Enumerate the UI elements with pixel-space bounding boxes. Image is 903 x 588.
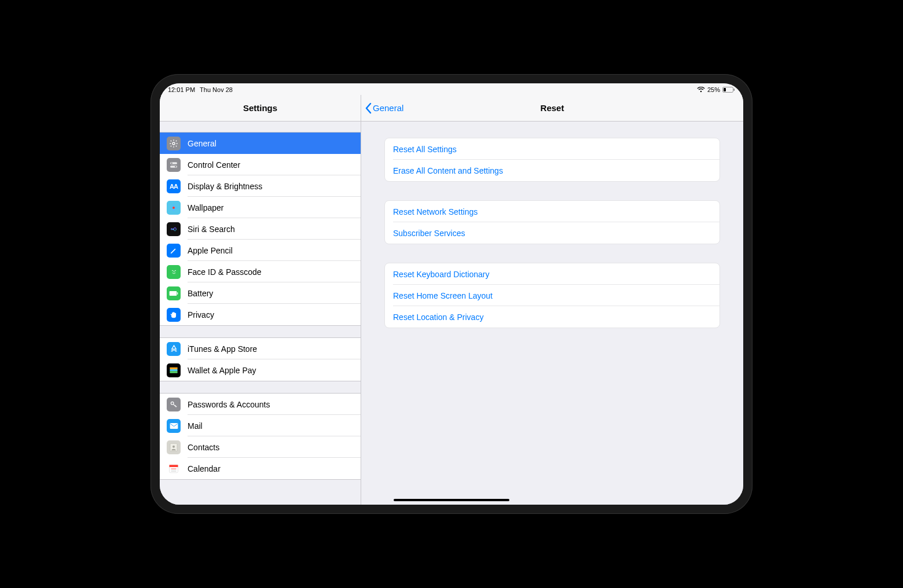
sidebar-item-pencil[interactable]: Apple Pencil: [160, 240, 361, 261]
sidebar-item-label: Battery: [188, 289, 213, 298]
status-date: Thu Nov 28: [200, 86, 233, 93]
svg-rect-26: [170, 465, 178, 467]
sidebar-item-battery[interactable]: Battery: [160, 282, 361, 304]
flower-icon: [167, 201, 181, 215]
svg-point-5: [171, 162, 172, 164]
svg-rect-17: [177, 292, 178, 295]
sidebar-item-label: General: [188, 139, 216, 148]
svg-rect-22: [170, 423, 178, 429]
reset-option-reset-network-settings[interactable]: Reset Network Settings: [385, 201, 720, 222]
sidebar-item-itunes[interactable]: iTunes & App Store: [160, 338, 361, 359]
sidebar-item-mail[interactable]: Mail: [160, 415, 361, 436]
svg-point-21: [171, 402, 174, 405]
svg-point-11: [170, 207, 172, 208]
sidebar-item-label: Control Center: [188, 160, 240, 170]
back-button[interactable]: General: [361, 102, 403, 114]
key-icon: [167, 398, 181, 411]
sidebar-item-wallet[interactable]: Wallet & Apple Pay: [160, 359, 361, 381]
settings-sidebar: Settings GeneralControl CenterAADisplay …: [160, 95, 361, 505]
sidebar-item-label: Siri & Search: [188, 225, 235, 234]
svg-rect-19: [170, 369, 177, 371]
sidebar-title: Settings: [160, 95, 361, 122]
sidebar-item-contacts[interactable]: Contacts: [160, 436, 361, 458]
svg-point-24: [172, 445, 175, 447]
svg-rect-18: [170, 367, 177, 369]
status-time: 12:01 PM: [168, 86, 195, 93]
detail-header: General Reset: [361, 95, 743, 122]
home-indicator[interactable]: [394, 499, 509, 501]
sidebar-item-label: Mail: [188, 421, 203, 431]
reset-option-subscriber-services[interactable]: Subscriber Services: [385, 222, 720, 244]
sidebar-item-privacy[interactable]: Privacy: [160, 304, 361, 325]
sidebar-item-label: iTunes & App Store: [188, 344, 257, 354]
svg-point-14: [172, 270, 173, 271]
sidebar-item-label: Contacts: [188, 443, 219, 452]
sidebar-item-label: Face ID & Passcode: [188, 267, 262, 277]
detail-title: Reset: [361, 103, 743, 113]
wallet-icon: [167, 363, 181, 377]
sidebar-item-label: Calendar: [188, 464, 221, 473]
svg-point-9: [172, 204, 174, 206]
svg-rect-20: [170, 371, 177, 373]
svg-point-12: [175, 207, 177, 208]
svg-rect-2: [734, 89, 735, 91]
pencil-icon: [167, 244, 181, 258]
mail-icon: [167, 419, 181, 433]
sidebar-item-label: Apple Pencil: [188, 246, 233, 255]
gear-icon: [167, 137, 181, 150]
svg-point-8: [172, 207, 175, 209]
appstore-icon: [167, 342, 181, 356]
sidebar-item-display[interactable]: AADisplay & Brightness: [160, 175, 361, 197]
reset-option-reset-home-screen-layout[interactable]: Reset Home Screen Layout: [385, 285, 720, 306]
sidebar-item-wallpaper[interactable]: Wallpaper: [160, 197, 361, 218]
sidebar-item-faceid[interactable]: Face ID & Passcode: [160, 261, 361, 282]
detail-scroll[interactable]: Reset All SettingsErase All Content and …: [361, 122, 743, 505]
battery-icon: [167, 286, 181, 300]
svg-point-15: [175, 270, 176, 271]
svg-point-7: [175, 166, 177, 167]
switches-icon: [167, 158, 181, 172]
reset-option-reset-location-privacy[interactable]: Reset Location & Privacy: [385, 306, 720, 328]
device-frame: 12:01 PM Thu Nov 28 25% Settings General…: [150, 74, 753, 514]
sidebar-item-general[interactable]: General: [160, 133, 361, 154]
back-label: General: [373, 103, 403, 113]
screen: 12:01 PM Thu Nov 28 25% Settings General…: [160, 83, 743, 505]
sidebar-item-label: Passwords & Accounts: [188, 400, 270, 409]
sidebar-item-siri[interactable]: Siri & Search: [160, 218, 361, 240]
sidebar-item-control-center[interactable]: Control Center: [160, 154, 361, 175]
sidebar-item-label: Privacy: [188, 310, 214, 319]
calendar-icon: [167, 462, 181, 476]
contacts-icon: [167, 440, 181, 454]
hand-icon: [167, 308, 181, 322]
sidebar-item-calendar[interactable]: Calendar: [160, 458, 361, 479]
sidebar-item-label: Wallpaper: [188, 203, 224, 212]
sidebar-item-passwords[interactable]: Passwords & Accounts: [160, 394, 361, 415]
battery-percentage: 25%: [707, 86, 720, 93]
svg-point-10: [172, 209, 174, 211]
siri-icon: [167, 222, 181, 236]
reset-option-reset-all-settings[interactable]: Reset All Settings: [385, 138, 720, 160]
detail-pane: General Reset Reset All SettingsErase Al…: [361, 95, 743, 505]
sidebar-item-label: Wallet & Apple Pay: [188, 366, 256, 375]
status-bar: 12:01 PM Thu Nov 28 25%: [160, 83, 743, 95]
reset-option-reset-keyboard-dictionary[interactable]: Reset Keyboard Dictionary: [385, 263, 720, 285]
svg-rect-16: [170, 291, 177, 296]
svg-point-3: [172, 142, 175, 145]
battery-icon: [722, 87, 735, 93]
svg-rect-1: [724, 88, 726, 91]
reset-option-erase-all-content-and-settings[interactable]: Erase All Content and Settings: [385, 160, 720, 181]
wifi-icon: [697, 87, 705, 93]
sidebar-item-label: Display & Brightness: [188, 182, 262, 191]
sidebar-scroll[interactable]: GeneralControl CenterAADisplay & Brightn…: [160, 122, 361, 505]
aa-icon: AA: [167, 179, 181, 193]
face-icon: [167, 265, 181, 279]
